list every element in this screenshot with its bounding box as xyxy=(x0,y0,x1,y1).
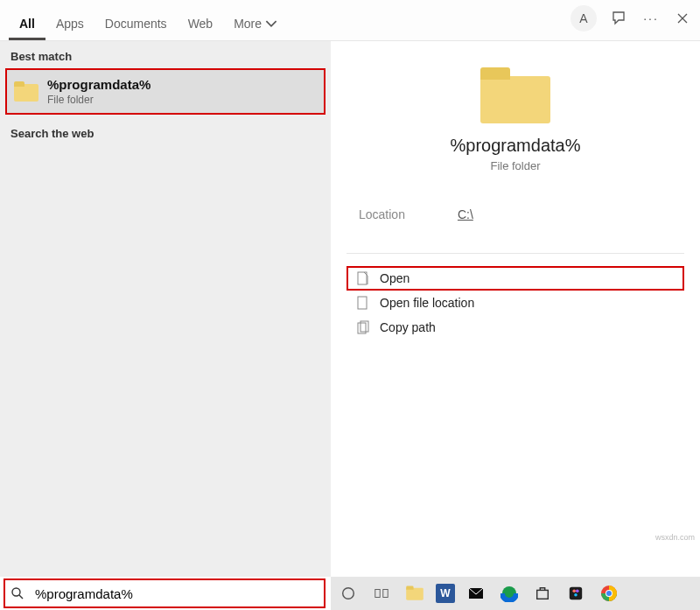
web-suggestions-list xyxy=(0,145,331,257)
location-value[interactable]: C:\ xyxy=(458,207,473,221)
action-open-location-label: Open file location xyxy=(380,296,474,310)
content-area: Best match %programdata% File folder Sea… xyxy=(0,41,700,577)
web-suggestion[interactable] xyxy=(5,215,326,229)
action-open-location[interactable]: Open file location xyxy=(346,291,684,315)
web-suggestion[interactable] xyxy=(5,229,326,243)
preview-actions: Open Open file location Copy path xyxy=(331,253,700,340)
best-match-sub: File folder xyxy=(47,94,150,106)
bottom-row: W xyxy=(0,577,700,610)
preview-header: %programdata% File folder Location C:\ xyxy=(331,41,700,221)
taskbar: W xyxy=(331,577,700,610)
folder-icon xyxy=(14,81,38,102)
open-location-icon xyxy=(357,296,369,310)
search-icon xyxy=(10,586,24,600)
location-label: Location xyxy=(359,207,405,221)
taskbar-mail-icon[interactable] xyxy=(464,581,488,606)
search-web-header: Search the web xyxy=(0,118,331,145)
preview-meta: Location C:\ xyxy=(331,207,700,221)
svg-line-5 xyxy=(19,595,23,599)
top-bar: All Apps Documents Web More A ··· xyxy=(0,0,700,40)
taskbar-edge-icon[interactable] xyxy=(497,581,522,606)
action-open-label: Open xyxy=(380,271,410,285)
taskbar-word-icon[interactable]: W xyxy=(436,584,455,603)
svg-point-16 xyxy=(574,593,578,597)
tab-web[interactable]: Web xyxy=(178,8,224,40)
taskbar-store-icon[interactable] xyxy=(530,581,555,606)
svg-rect-8 xyxy=(383,590,388,598)
divider xyxy=(346,253,684,254)
taskbar-cortana-icon[interactable] xyxy=(336,581,360,606)
close-icon[interactable] xyxy=(674,10,691,27)
best-match-text: %programdata% File folder xyxy=(47,77,150,106)
account-avatar[interactable]: A xyxy=(570,5,597,32)
chevron-down-icon xyxy=(265,18,277,30)
action-open[interactable]: Open xyxy=(346,266,684,291)
copy-path-icon xyxy=(357,320,369,334)
svg-rect-7 xyxy=(375,590,380,598)
web-suggestion[interactable] xyxy=(5,243,326,257)
web-suggestion[interactable] xyxy=(5,187,326,201)
open-icon xyxy=(357,271,369,285)
taskbar-taskview-icon[interactable] xyxy=(369,581,394,606)
more-options-icon[interactable]: ··· xyxy=(642,10,660,27)
action-copy-path[interactable]: Copy path xyxy=(346,315,684,340)
best-match-result[interactable]: %programdata% File folder xyxy=(5,68,326,115)
taskbar-chrome-icon[interactable] xyxy=(597,581,621,606)
best-match-title: %programdata% xyxy=(47,77,150,92)
action-copy-path-label: Copy path xyxy=(380,320,436,334)
tab-apps[interactable]: Apps xyxy=(46,8,94,40)
results-pane: Best match %programdata% File folder Sea… xyxy=(0,41,331,577)
tab-all[interactable]: All xyxy=(9,8,46,40)
preview-title: %programdata% xyxy=(451,136,581,156)
best-match-header: Best match xyxy=(0,41,331,68)
search-box-wrap xyxy=(0,577,331,610)
search-scope-tabs: All Apps Documents Web More xyxy=(9,0,288,40)
watermark: wsxdn.com xyxy=(655,533,695,542)
top-actions: A ··· xyxy=(570,5,691,32)
svg-point-4 xyxy=(12,588,20,596)
web-suggestion[interactable] xyxy=(5,159,326,173)
svg-rect-12 xyxy=(537,590,549,599)
feedback-icon[interactable] xyxy=(611,10,628,27)
svg-point-14 xyxy=(572,590,576,593)
search-input[interactable] xyxy=(33,585,318,602)
svg-point-21 xyxy=(606,591,612,596)
tab-more[interactable]: More xyxy=(223,8,288,40)
taskbar-explorer-icon[interactable] xyxy=(402,581,427,606)
preview-sub: File folder xyxy=(490,159,540,172)
svg-rect-1 xyxy=(358,297,367,309)
web-suggestion[interactable] xyxy=(5,173,326,187)
svg-point-15 xyxy=(576,590,579,593)
tab-more-label: More xyxy=(234,17,262,31)
web-suggestion[interactable] xyxy=(5,201,326,215)
web-suggestion[interactable] xyxy=(5,145,326,159)
search-box[interactable] xyxy=(4,578,326,608)
folder-icon xyxy=(480,67,550,123)
taskbar-figma-icon[interactable] xyxy=(564,581,588,606)
svg-point-6 xyxy=(343,588,354,599)
preview-pane: %programdata% File folder Location C:\ O… xyxy=(331,41,700,577)
tab-documents[interactable]: Documents xyxy=(94,8,178,40)
